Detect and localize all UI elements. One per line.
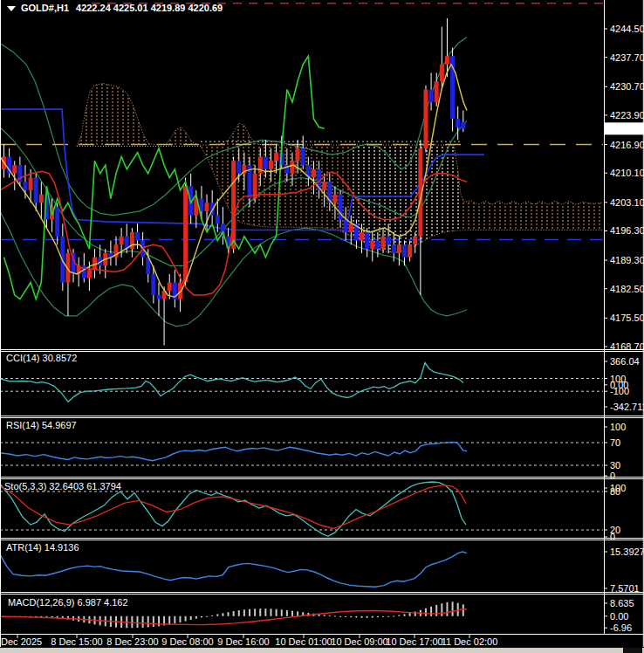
- macd-histogram-bar: [249, 609, 250, 616]
- candle-bull: [274, 153, 278, 162]
- price-axis-label: 4203.10: [610, 197, 644, 208]
- time-axis-label: 8 Dec 23:00: [106, 636, 158, 647]
- candle-bull: [435, 81, 439, 102]
- time-axis[interactable]: 8 Dec 20258 Dec 15:008 Dec 23:009 Dec 08…: [0, 635, 497, 647]
- candle-bull: [296, 148, 300, 161]
- rsi-panel-title: RSI(14) 54.9697: [6, 420, 77, 430]
- candle-bull: [29, 177, 33, 189]
- macd-histogram-bar: [238, 610, 240, 616]
- time-axis-label: 10 Dec 17:00: [386, 636, 442, 647]
- sto-panel-title: Sto(5,3,3) 32.6403 61.3794: [4, 481, 121, 491]
- candle-bear: [365, 232, 369, 249]
- price-axis-label: 4210.10: [610, 168, 644, 178]
- price-axis-label: 4216.90: [610, 140, 644, 150]
- candle-bull: [408, 244, 412, 257]
- atr-axis-label: 7.5701: [610, 583, 640, 594]
- candle-bull: [205, 203, 209, 211]
- macd-histogram-bar: [254, 608, 256, 615]
- time-axis-label: 10 Dec 01:00: [275, 636, 332, 647]
- macd-histogram-bar: [228, 612, 230, 616]
- candle-bull: [349, 223, 353, 232]
- time-axis-label: 9 Dec 08:00: [161, 636, 213, 647]
- price-axis-label: 4244.50: [610, 24, 644, 34]
- candle-bull: [440, 65, 444, 81]
- macd-axis-label: 0.00: [610, 611, 628, 622]
- macd-histogram-bar: [142, 616, 144, 628]
- candle-bear: [55, 207, 59, 237]
- candle-bear: [34, 177, 38, 203]
- macd-histogram-bar: [339, 616, 341, 617]
- macd-histogram-bar: [195, 616, 197, 619]
- macd-histogram-bar: [324, 615, 325, 616]
- macd-histogram-bar: [281, 609, 283, 616]
- symbol-title-row[interactable]: GOLD#,H14222.24 4225.01 4219.89 4220.69: [7, 3, 223, 13]
- macd-histogram-bar: [147, 616, 149, 628]
- macd-histogram-bar: [216, 615, 218, 616]
- rsi-axis-label: 30: [610, 460, 620, 471]
- macd-histogram-bar: [233, 611, 235, 616]
- macd-panel-title: MACD(12,26,9) 6.987 4.162: [8, 597, 128, 608]
- candle-bull: [322, 182, 326, 190]
- time-axis-label: 10 Dec 09:00: [331, 636, 387, 647]
- macd-histogram-bar: [441, 603, 442, 616]
- chart-window: 4244.504237.704230.704223.904216.904210.…: [0, 0, 644, 653]
- macd-axis-label: 8.635: [610, 598, 634, 608]
- price-axis-label: 4230.70: [610, 81, 644, 92]
- macd-histogram-bar: [271, 608, 272, 615]
- candle-bull: [397, 244, 401, 253]
- candle-bear: [387, 237, 391, 245]
- candle-bull: [312, 169, 316, 178]
- macd-histogram-bar: [137, 616, 139, 628]
- macd-histogram-bar: [425, 608, 427, 616]
- current-price-text: 4220.69: [609, 123, 644, 134]
- macd-histogram-bar: [291, 611, 293, 616]
- candle-bear: [135, 232, 140, 241]
- candle-bull: [332, 195, 337, 203]
- chevron-down-icon[interactable]: [7, 6, 16, 11]
- candle-bull: [12, 165, 17, 174]
- price-axis-label: 4223.90: [610, 110, 644, 120]
- atr-axis-label: 15.3927: [610, 546, 644, 557]
- macd-histogram-bar: [153, 616, 154, 627]
- time-axis-label: 9 Dec 16:00: [217, 636, 269, 647]
- macd-histogram-bar: [286, 610, 288, 616]
- rsi-axis-label: 70: [610, 437, 620, 448]
- candle-bull: [413, 237, 417, 245]
- candle-bear: [60, 237, 65, 283]
- candle-bear: [264, 156, 268, 168]
- ohlc-quote: 4222.24 4225.01 4219.89 4220.69: [76, 3, 223, 13]
- macd-axis-label: -6.96: [610, 622, 632, 633]
- macd-histogram-bar: [350, 616, 352, 617]
- macd-histogram-bar: [190, 616, 192, 620]
- macd-histogram-bar: [430, 607, 432, 616]
- chart-canvas[interactable]: 4244.504237.704230.704223.904216.904210.…: [0, 0, 644, 653]
- macd-histogram-bar: [372, 616, 373, 618]
- macd-histogram-bar: [206, 616, 208, 617]
- candle-bull: [381, 237, 386, 249]
- macd-histogram-bar: [387, 616, 389, 617]
- candle-bear: [429, 90, 434, 102]
- macd-histogram-bar: [398, 615, 400, 615]
- time-axis-label: 8 Dec 2025: [0, 636, 42, 647]
- candle-bear: [461, 122, 465, 128]
- sto-axis-label: 0: [610, 532, 615, 542]
- macd-histogram-bar: [174, 616, 175, 623]
- macd-histogram-bar: [393, 615, 394, 616]
- macd-histogram-bar: [452, 601, 454, 616]
- candle-bull: [39, 195, 44, 203]
- macd-histogram-bar: [211, 615, 213, 616]
- candle-bull: [183, 186, 188, 282]
- rsi-axis-label: 100: [610, 422, 626, 432]
- cci-axis-label: 366.04: [610, 356, 640, 367]
- cci-axis-label: -342.7119: [610, 402, 644, 412]
- candle-bear: [375, 241, 380, 250]
- candle-bull: [290, 161, 294, 173]
- macd-histogram-bar: [185, 616, 187, 622]
- candle-bear: [301, 148, 305, 165]
- candle-bear: [156, 295, 161, 299]
- macd-histogram-bar: [259, 608, 261, 616]
- macd-histogram-bar: [446, 602, 448, 616]
- candle-bull: [423, 90, 428, 148]
- time-axis-label: 8 Dec 15:00: [51, 636, 102, 647]
- macd-histogram-bar: [404, 614, 406, 616]
